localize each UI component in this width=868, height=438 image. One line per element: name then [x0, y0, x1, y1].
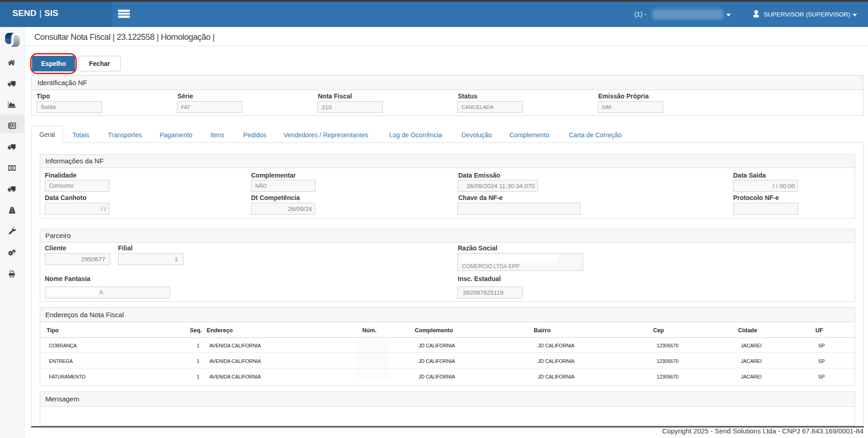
svg-text:1: 1 — [11, 166, 13, 169]
